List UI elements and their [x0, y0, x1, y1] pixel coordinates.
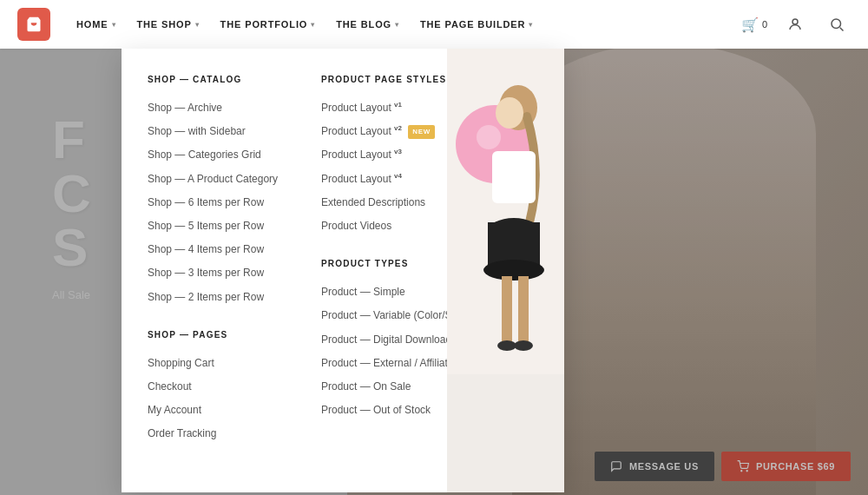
version-label: v4: [394, 172, 402, 180]
nav-the-shop[interactable]: THE SHOP ▾: [128, 12, 207, 36]
cart-icon: 🛒: [741, 16, 759, 33]
list-item[interactable]: Shop — 3 Items per Row: [148, 261, 321, 285]
list-item[interactable]: My Account: [148, 399, 321, 422]
navbar: HOME ▾ THE SHOP ▾ THE PORTFOLIO ▾ THE BL…: [0, 0, 868, 49]
chevron-down-icon: ▾: [195, 21, 200, 29]
nav-home[interactable]: HOME ▾: [68, 12, 124, 36]
version-label: v2: [394, 124, 402, 132]
list-item[interactable]: Shop — 5 Items per Row: [148, 214, 321, 238]
svg-point-1: [832, 19, 841, 29]
list-item[interactable]: Shopping Cart: [148, 352, 321, 375]
mega-menu: SHOP — CATALOG Shop — Archive Shop — wit…: [122, 49, 564, 492]
pages-section-title: SHOP — PAGES: [148, 330, 321, 340]
catalog-items: Shop — Archive Shop — with Sidebar Shop …: [148, 96, 321, 309]
chevron-down-icon: ▾: [529, 21, 533, 29]
nav-items: HOME ▾ THE SHOP ▾ THE PORTFOLIO ▾ THE BL…: [68, 12, 741, 36]
catalog-section-title: SHOP — CATALOG: [148, 75, 321, 84]
svg-point-14: [497, 340, 516, 351]
svg-line-2: [840, 28, 844, 31]
chevron-down-icon: ▾: [311, 21, 315, 29]
list-item[interactable]: Shop — 2 Items per Row: [148, 286, 321, 309]
svg-point-0: [792, 19, 798, 24]
list-item[interactable]: Shop — Categories Grid: [148, 143, 321, 167]
svg-point-7: [496, 97, 523, 129]
pages-items: Shopping Cart Checkout My Account Order …: [148, 352, 321, 446]
list-item[interactable]: Shop — 6 Items per Row: [148, 191, 321, 214]
svg-point-15: [514, 340, 533, 351]
search-button[interactable]: [823, 10, 851, 38]
cart-count: 0: [762, 19, 767, 30]
nav-right: 🛒 0: [741, 10, 851, 38]
svg-point-5: [477, 125, 501, 149]
menu-catalog-column: SHOP — CATALOG Shop — Archive Shop — wit…: [148, 75, 321, 466]
list-item[interactable]: Shop — Archive: [148, 96, 321, 120]
list-item[interactable]: Shop — with Sidebar: [148, 120, 321, 143]
svg-rect-8: [492, 151, 536, 203]
chevron-down-icon: ▾: [395, 21, 399, 29]
list-item[interactable]: Shop — 4 Items per Row: [148, 238, 321, 261]
version-label: v3: [394, 148, 402, 155]
cart-button[interactable]: 🛒 0: [741, 16, 767, 33]
nav-blog[interactable]: THE BLOG ▾: [327, 12, 408, 36]
list-item[interactable]: Shop — A Product Category: [148, 168, 321, 191]
svg-point-11: [483, 260, 544, 280]
nav-page-builder[interactable]: THE PAGE BUILDER ▾: [411, 12, 542, 36]
chevron-down-icon: ▾: [112, 21, 116, 29]
svg-rect-13: [518, 276, 529, 346]
version-label: v1: [394, 101, 402, 109]
logo-icon[interactable]: [17, 8, 50, 41]
list-item[interactable]: Order Tracking: [148, 422, 321, 446]
nav-portfolio[interactable]: THE PORTFOLIO ▾: [212, 12, 325, 36]
menu-product-image: [447, 49, 564, 492]
account-button[interactable]: [781, 10, 809, 38]
new-badge: NEW: [408, 125, 435, 140]
svg-rect-12: [502, 276, 512, 346]
list-item[interactable]: Checkout: [148, 375, 321, 399]
